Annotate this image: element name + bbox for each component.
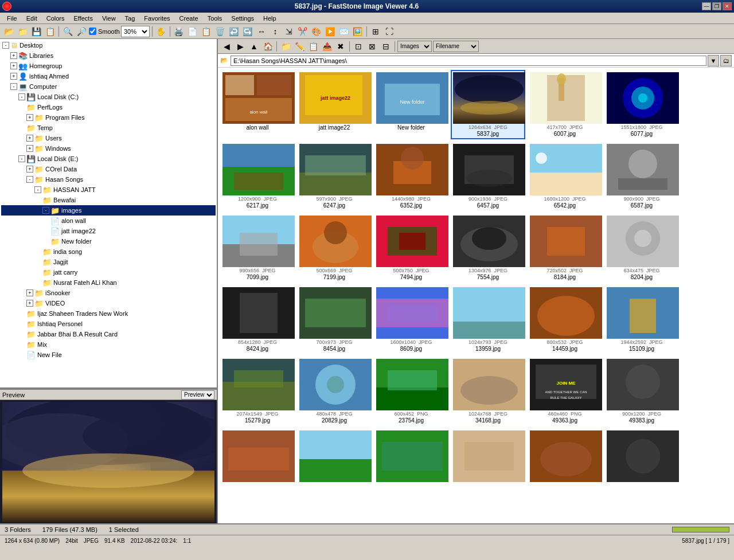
tree-expander-computer[interactable]: - (10, 83, 17, 90)
select-none-button[interactable]: ⊟ (380, 40, 392, 53)
email-button[interactable]: ✉️ (338, 25, 350, 38)
thumb-6587[interactable]: 900x900 JPEG 6587.jpg (604, 142, 679, 211)
thumb-49363[interactable]: JOIN ME AND TOGETHER WE CAN RULE THE GAL… (528, 357, 602, 426)
thumb-7494[interactable]: 500x750 JPEG 7494.jpg (374, 213, 448, 283)
menu-tools[interactable]: Tools (203, 14, 227, 23)
select-all-button[interactable]: ⊡ (352, 40, 365, 53)
tree-node-alonwall[interactable]: 📄 alon wall (1, 216, 216, 226)
tree-node-localc[interactable]: - 💾 Local Disk (C:) (1, 92, 216, 102)
view-mode-select[interactable]: Images All Files (397, 41, 432, 52)
thumb-6007[interactable]: 417x700 JPEG 6007.jpg (528, 70, 602, 139)
select-invert-button[interactable]: ⊠ (366, 40, 378, 53)
tree-node-desktop[interactable]: - 🖥 Desktop (1, 40, 216, 50)
thumb-7099[interactable]: 990x656 JPEG 7099.jpg (220, 213, 295, 283)
copy-files-button[interactable]: 📋 (307, 40, 319, 53)
tree-node-locale[interactable]: - 💾 Local Disk (E:) (1, 154, 216, 164)
thumb-7554[interactable]: 1304x976 JPEG 7554.jpg (451, 213, 525, 283)
thumb-5837[interactable]: 1264x634 JPEG 5837.jpg (451, 70, 525, 139)
thumb-13959[interactable]: 1024x793 JPEG 13959.jpg (451, 285, 525, 354)
sort-select[interactable]: Filename Date Size Type (433, 41, 479, 52)
delete-files-button[interactable]: ✖ (334, 40, 347, 53)
resize-button[interactable]: ⇲ (283, 25, 295, 38)
menu-create[interactable]: Create (175, 14, 203, 23)
menu-tag[interactable]: Tag (120, 14, 140, 23)
tree-expander-isnooker[interactable]: + (26, 289, 33, 296)
thumb-34168[interactable]: 1024x768 JPEG 34168.jpg (451, 357, 525, 426)
thumbnail-grid[interactable]: alon wall alon wall jatt image22 jatt im… (218, 68, 734, 523)
folder-tree[interactable]: - 🖥 Desktop + 📚 Libraries + 👥 Homegroup (0, 39, 217, 387)
tree-node-computer[interactable]: - 💻 Computer (1, 81, 216, 92)
paste-button[interactable]: 📋 (200, 25, 213, 38)
tree-node-jabbar[interactable]: 📁 Jabbar Bhai B.A Result Card (1, 329, 216, 339)
tree-node-users[interactable]: + 📁 Users (1, 133, 216, 143)
menu-effects[interactable]: Effects (69, 14, 97, 23)
tree-node-homegroup[interactable]: + 👥 Homegroup (1, 61, 216, 71)
tree-node-ishtiaq[interactable]: + 👤 ishtiaq Ahmed (1, 71, 216, 81)
tree-node-coreldata[interactable]: + 📁 COrel Data (1, 164, 216, 174)
zoom-out-button[interactable]: 🔎 (75, 25, 88, 38)
tree-node-mix[interactable]: 📁 Mix (1, 339, 216, 350)
thumb-row5b[interactable] (297, 428, 372, 485)
tree-expander-images[interactable]: - (42, 207, 49, 214)
nav-forward-button[interactable]: ▶ (234, 40, 247, 53)
menu-colors[interactable]: Colors (42, 14, 69, 23)
tree-node-ijaz[interactable]: 📁 Ijaz Shaheen Traders New Work (1, 308, 216, 319)
thumb-jatt-image22[interactable]: jatt image22 jatt image22 (297, 70, 372, 139)
thumb-row5a[interactable] (220, 428, 295, 485)
tree-expander-ishtiaq[interactable]: + (10, 73, 17, 80)
tree-node-perflogs[interactable]: 📁 PerfLogs (1, 102, 216, 112)
tree-node-isnooker[interactable]: + 📁 iSnooker (1, 288, 216, 298)
thumb-6077[interactable]: 1551x1800 JPEG 6077.jpg (604, 70, 679, 139)
preview-select[interactable]: Preview (181, 390, 214, 400)
tree-expander-libraries[interactable]: + (10, 52, 17, 59)
new-folder-button[interactable]: 📁 (279, 40, 292, 53)
view-thumbs-button[interactable]: ⊞ (369, 25, 382, 38)
tree-expander-video[interactable]: + (26, 300, 33, 307)
thumb-15109[interactable]: 1944x2592 JPEG 15109.jpg (604, 285, 679, 354)
thumb-8609[interactable]: 1600x1040 JPEG 8609.jpg (374, 285, 448, 354)
tree-node-newfile[interactable]: 📄 New File (1, 350, 216, 360)
thumb-new-folder[interactable]: New folder New folder (374, 70, 448, 139)
thumb-8424[interactable]: 854x1280 JPEG 8424.jpg (220, 285, 295, 354)
zoom-in-button[interactable]: 🔍 (61, 25, 74, 38)
tree-expander-homegroup[interactable]: + (10, 62, 17, 69)
path-refresh-button[interactable]: 🗂 (720, 55, 732, 66)
thumb-8204[interactable]: 634x475 JPEG 8204.jpg (604, 213, 679, 283)
tree-expander-windows[interactable]: + (26, 145, 33, 152)
tree-node-jagjit[interactable]: 📁 Jagjit (1, 257, 216, 267)
hand-tool-button[interactable]: ✋ (155, 25, 167, 38)
tree-expander-desktop[interactable]: - (2, 42, 9, 49)
menu-view[interactable]: View (97, 14, 120, 23)
thumb-6457[interactable]: 900x1936 JPEG 6457.jpg (451, 142, 525, 211)
tree-node-temp[interactable]: 📁 Temp (1, 123, 216, 133)
tree-expander-hasansongs[interactable]: - (26, 176, 33, 183)
tree-expander-programfiles[interactable]: + (26, 114, 33, 121)
thumb-8454[interactable]: 700x973 JPEG 8454.jpg (297, 285, 372, 354)
smooth-checkbox[interactable] (89, 28, 96, 35)
tree-node-indiasong[interactable]: 📁 india song (1, 246, 216, 257)
path-dropdown-button[interactable]: ▼ (708, 55, 719, 66)
tree-node-libraries[interactable]: + 📚 Libraries (1, 50, 216, 61)
tree-node-newfolder[interactable]: 📁 New folder (1, 236, 216, 246)
thumb-row5f[interactable] (604, 428, 679, 485)
tree-node-video[interactable]: + 📁 VIDEO (1, 298, 216, 308)
minimize-button[interactable]: — (702, 2, 711, 10)
tree-node-jattimage22[interactable]: 📄 jatt image22 (1, 226, 216, 236)
thumb-49383[interactable]: 900x1200 JPEG 49383.jpg (604, 357, 679, 426)
tree-node-windows[interactable]: + 📁 Windows (1, 143, 216, 154)
wallpaper-button[interactable]: 🖼️ (352, 25, 364, 38)
menu-help[interactable]: Help (259, 14, 281, 23)
rotate-right-button[interactable]: ↪️ (241, 25, 254, 38)
crop-button[interactable]: ✂️ (296, 25, 309, 38)
view-fullscreen-button[interactable]: ⛶ (383, 25, 396, 38)
tree-node-jattcarry[interactable]: 📁 jatt carry (1, 267, 216, 277)
open-file-button[interactable]: 📁 (16, 25, 29, 38)
save-as-button[interactable]: 📋 (44, 25, 56, 38)
menu-edit[interactable]: Edit (22, 14, 42, 23)
thumb-6247[interactable]: 597x900 JPEG 6247.jpg (297, 142, 372, 211)
tree-node-ishtiaqper[interactable]: 📁 Ishtiaq Personel (1, 319, 216, 329)
menu-file[interactable]: File (2, 14, 22, 23)
thumb-6217[interactable]: 1200x900 JPEG 6217.jpg (220, 142, 295, 211)
thumb-6352[interactable]: 1440x980 JPEG 6352.jpg (374, 142, 448, 211)
thumb-7199[interactable]: 500x669 JPEG 7199.jpg (297, 213, 372, 283)
